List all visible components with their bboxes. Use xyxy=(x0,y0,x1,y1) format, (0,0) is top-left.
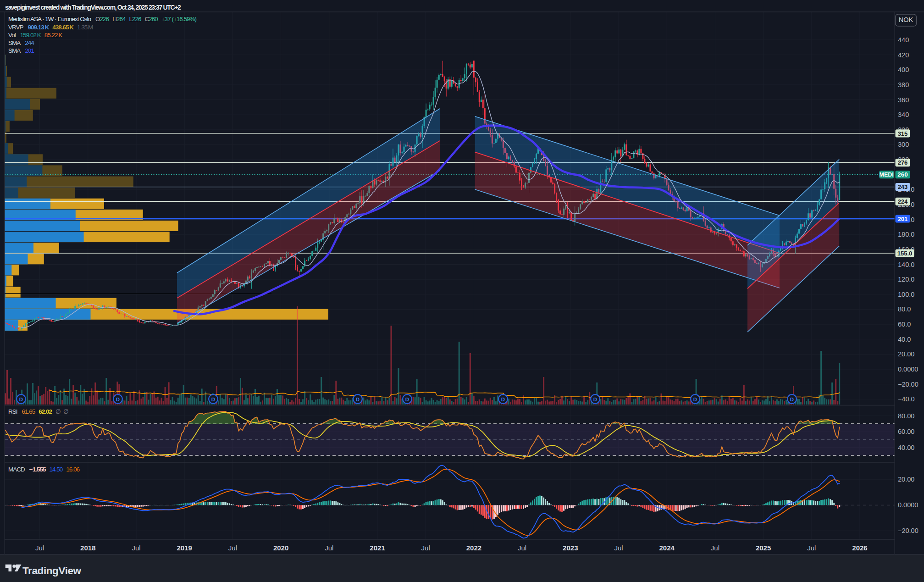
svg-text:315: 315 xyxy=(898,130,908,137)
svg-text:224: 224 xyxy=(898,198,908,205)
svg-text:201: 201 xyxy=(898,216,908,222)
svg-text:Medistim ASA · 1W · Euronext O: Medistim ASA · 1W · Euronext OsloO226H26… xyxy=(8,16,197,22)
svg-text:Jul: Jul xyxy=(132,544,140,552)
svg-text:2020: 2020 xyxy=(273,544,288,552)
svg-text:60.00: 60.00 xyxy=(898,428,914,435)
svg-text:2024: 2024 xyxy=(659,544,675,552)
svg-text:2018: 2018 xyxy=(80,544,95,552)
svg-text:360: 360 xyxy=(898,96,909,104)
svg-text:NOK: NOK xyxy=(899,16,913,23)
svg-text:−20.00: −20.00 xyxy=(898,527,918,534)
svg-text:D: D xyxy=(593,397,597,402)
svg-text:0.0000: 0.0000 xyxy=(898,501,918,509)
svg-text:276: 276 xyxy=(898,159,908,166)
svg-text:20.00: 20.00 xyxy=(898,476,914,483)
svg-text:400: 400 xyxy=(898,66,909,73)
svg-text:Jul: Jul xyxy=(807,544,816,552)
svg-text:2026: 2026 xyxy=(852,544,867,552)
svg-text:TradingView: TradingView xyxy=(22,565,82,576)
svg-text:Jul: Jul xyxy=(325,544,333,552)
svg-text:D: D xyxy=(356,397,360,402)
svg-text:MEDI: MEDI xyxy=(880,172,894,178)
svg-text:243: 243 xyxy=(898,183,908,190)
svg-text:20.00: 20.00 xyxy=(898,350,914,358)
svg-text:Jul: Jul xyxy=(614,544,623,552)
svg-text:60.0: 60.0 xyxy=(898,321,911,328)
svg-text:−20.00: −20.00 xyxy=(898,381,918,388)
svg-text:260: 260 xyxy=(897,171,908,178)
svg-text:D: D xyxy=(501,397,505,402)
svg-text:D: D xyxy=(19,397,23,402)
svg-text:180.0: 180.0 xyxy=(898,231,914,238)
svg-text:100.0: 100.0 xyxy=(898,291,914,298)
svg-text:savepiginvest created with Tra: savepiginvest created with TradingView.c… xyxy=(5,4,181,11)
svg-text:0.0000: 0.0000 xyxy=(898,366,918,373)
svg-text:D: D xyxy=(693,397,697,402)
svg-text:80.0: 80.0 xyxy=(898,305,911,313)
svg-text:Jul: Jul xyxy=(228,544,237,552)
svg-text:2019: 2019 xyxy=(177,544,192,552)
svg-text:Jul: Jul xyxy=(518,544,526,552)
svg-text:2022: 2022 xyxy=(466,544,481,552)
svg-text:80.00: 80.00 xyxy=(898,412,914,420)
svg-text:140.0: 140.0 xyxy=(898,261,914,268)
svg-text:440: 440 xyxy=(898,36,909,44)
svg-text:155.0: 155.0 xyxy=(897,250,913,257)
svg-text:40.0: 40.0 xyxy=(898,336,911,343)
svg-text:300: 300 xyxy=(898,141,909,148)
svg-text:Jul: Jul xyxy=(711,544,719,552)
svg-text:D: D xyxy=(405,397,409,402)
svg-text:MACD−1.55514.5016.06: MACD−1.55514.5016.06 xyxy=(8,466,79,473)
svg-text:380: 380 xyxy=(898,81,909,89)
svg-text:Jul: Jul xyxy=(421,544,430,552)
svg-text:420: 420 xyxy=(898,51,909,59)
svg-text:2025: 2025 xyxy=(756,544,771,552)
svg-text:Jul: Jul xyxy=(35,544,44,552)
svg-text:40.00: 40.00 xyxy=(898,444,914,451)
svg-text:120.0: 120.0 xyxy=(898,276,914,283)
svg-text:D: D xyxy=(211,397,215,402)
svg-text:2023: 2023 xyxy=(563,544,578,552)
svg-text:−40.0: −40.0 xyxy=(898,395,915,403)
svg-text:2021: 2021 xyxy=(370,544,385,552)
svg-text:D: D xyxy=(116,397,120,402)
svg-text:340: 340 xyxy=(898,111,909,118)
svg-text:D: D xyxy=(790,397,794,402)
